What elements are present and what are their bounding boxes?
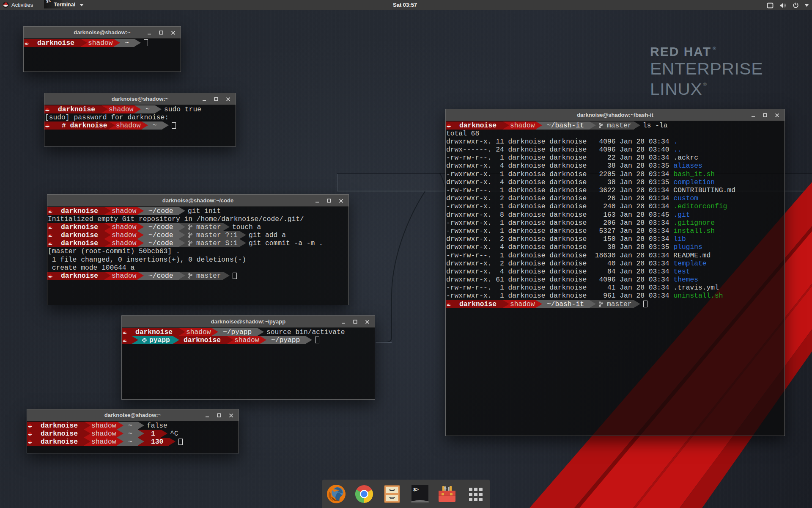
svg-text:$>: $> (413, 487, 419, 492)
